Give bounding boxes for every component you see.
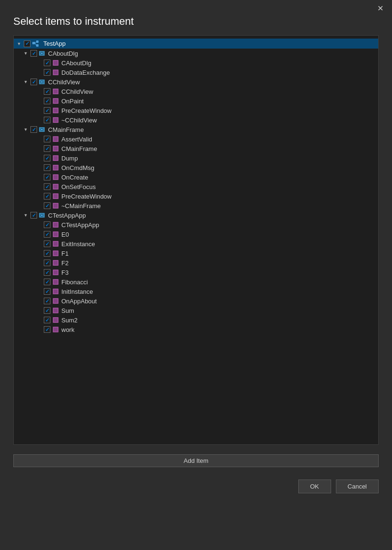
cancel-button[interactable]: Cancel — [336, 480, 379, 493]
checkbox-dodataexchange[interactable] — [44, 69, 50, 76]
checkbox-cmainframe[interactable] — [30, 126, 37, 133]
checkbox-precreatewindow-cmainframe[interactable] — [44, 193, 50, 200]
chevron-testapp[interactable] — [16, 40, 22, 47]
checkbox-cchildview[interactable] — [30, 79, 37, 85]
method-icon-cchildview-ctor — [52, 88, 59, 95]
svg-rect-64 — [54, 309, 58, 312]
label-assertvalid: AssertValid — [61, 136, 92, 143]
chevron-cchildview[interactable] — [22, 79, 29, 85]
checkbox-sum2[interactable] — [44, 317, 50, 323]
chevron-caboutdlg[interactable] — [22, 50, 29, 57]
checkbox-testapp[interactable] — [24, 40, 30, 47]
checkbox-caboutdlg-ctor[interactable] — [44, 60, 50, 66]
tree-item-exitinstance[interactable]: ExitInstance — [14, 239, 378, 249]
checkbox-fibonacci[interactable] — [44, 279, 50, 285]
svg-rect-37 — [54, 185, 58, 189]
checkbox-cchildview-ctor[interactable] — [44, 88, 50, 95]
checkbox-onappabout[interactable] — [44, 298, 50, 304]
svg-rect-18 — [54, 99, 58, 103]
checkbox-e0[interactable] — [44, 231, 50, 238]
checkbox-exitinstance[interactable] — [44, 240, 50, 247]
method-icon-f1 — [52, 250, 59, 257]
tree-item-cchildview[interactable]: CChildView — [14, 77, 378, 87]
tree-item-onappabout[interactable]: OnAppAbout — [14, 296, 378, 306]
chevron-ctestappapp[interactable] — [22, 212, 29, 219]
tree-item-ctestappapp-ctor[interactable]: CTestAppApp — [14, 220, 378, 230]
method-icon-precreatewindow-cchildview — [52, 107, 59, 114]
tree-item-root[interactable]: TestApp — [14, 39, 378, 49]
checkbox-caboutdlg[interactable] — [30, 50, 37, 57]
tree-item-dtor-cchildview[interactable]: ~CChildView — [14, 115, 378, 125]
label-onsetfocus: OnSetFocus — [61, 183, 96, 190]
add-item-button[interactable]: Add Item — [13, 454, 379, 467]
label-dodataexchange: DoDataExchange — [61, 69, 110, 76]
tree-item-assertvalid[interactable]: AssertValid — [14, 134, 378, 144]
svg-rect-9 — [54, 61, 58, 65]
class-icon-ctestappapp — [39, 211, 46, 219]
method-icon-precreatewindow-cmainframe — [52, 192, 59, 200]
tree-item-f2[interactable]: F2 — [14, 258, 378, 268]
checkbox-dump[interactable] — [44, 155, 50, 161]
tree-item-sum2[interactable]: Sum2 — [14, 315, 378, 325]
tree-item-onsetfocus[interactable]: OnSetFocus — [14, 182, 378, 191]
checkbox-dtor-cmainframe[interactable] — [44, 202, 50, 209]
tree-item-fibonacci[interactable]: Fibonacci — [14, 277, 378, 287]
checkbox-assertvalid[interactable] — [44, 136, 50, 142]
checkbox-cmainframe-ctor[interactable] — [44, 145, 50, 152]
checkbox-ctestappapp-ctor[interactable] — [44, 221, 50, 228]
tree-item-caboutdlg[interactable]: CAboutDlg — [14, 49, 378, 58]
checkbox-precreatewindow-cchildview[interactable] — [44, 107, 50, 114]
method-icon-onappabout — [52, 297, 59, 305]
checkbox-f2[interactable] — [44, 260, 50, 266]
svg-rect-16 — [54, 90, 58, 93]
checkbox-f3[interactable] — [44, 269, 50, 276]
tree-container[interactable]: TestApp CAboutDlg — [13, 35, 379, 445]
tree-item-precreatewindow-cmainframe[interactable]: PreCreateWindow — [14, 191, 378, 201]
checkbox-oncmdmsg[interactable] — [44, 164, 50, 171]
label-exitinstance: ExitInstance — [61, 240, 95, 248]
method-icon-dtor-cmainframe — [52, 202, 59, 210]
tree-item-oncreate[interactable]: OnCreate — [14, 172, 378, 182]
checkbox-dtor-cchildview[interactable] — [44, 117, 50, 123]
tree-item-e0[interactable]: E0 — [14, 230, 378, 239]
close-button[interactable]: ✕ — [374, 4, 386, 13]
tree-item-onpaint[interactable]: OnPaint — [14, 96, 378, 106]
chevron-cmainframe[interactable] — [22, 126, 29, 133]
tree-item-oncmdmsg[interactable]: OnCmdMsg — [14, 163, 378, 172]
checkbox-oncreate[interactable] — [44, 174, 50, 180]
method-icon-work — [52, 326, 59, 333]
checkbox-onpaint[interactable] — [44, 98, 50, 104]
svg-point-25 — [41, 129, 43, 130]
tree-item-method-dodataexchange[interactable]: DoDataExchange — [14, 68, 378, 77]
tree-item-ctestappapp[interactable]: CTestAppApp — [14, 210, 378, 220]
ok-button[interactable]: OK — [298, 480, 331, 493]
label-initinstance: InitInstance — [61, 288, 93, 295]
tree-item-method-caboutdlg-ctor[interactable]: CAboutDlg — [14, 58, 378, 68]
tree-item-cmainframe-ctor[interactable]: CMainFrame — [14, 144, 378, 153]
svg-rect-11 — [54, 70, 58, 74]
tree-item-sum[interactable]: Sum — [14, 306, 378, 315]
tree-item-work[interactable]: work — [14, 325, 378, 334]
tree-item-cchildview-ctor[interactable]: CChildView — [14, 87, 378, 96]
method-icon-f2 — [52, 259, 59, 267]
checkbox-f1[interactable] — [44, 250, 50, 257]
label-f2: F2 — [61, 260, 69, 267]
checkbox-work[interactable] — [44, 326, 50, 333]
tree-item-f1[interactable]: F1 — [14, 249, 378, 258]
tree-item-precreatewindow-cchildview[interactable]: PreCreateWindow — [14, 106, 378, 115]
svg-rect-62 — [54, 299, 58, 303]
method-icon-onpaint — [52, 97, 59, 105]
svg-point-14 — [41, 81, 43, 83]
checkbox-onsetfocus[interactable] — [44, 183, 50, 190]
tree-item-cmainframe[interactable]: CMainFrame — [14, 125, 378, 134]
checkbox-initinstance[interactable] — [44, 288, 50, 295]
tree-item-dtor-cmainframe[interactable]: ~CMainFrame — [14, 201, 378, 210]
svg-rect-22 — [54, 118, 58, 122]
tree-item-f3[interactable]: F3 — [14, 268, 378, 277]
svg-rect-56 — [54, 270, 58, 274]
tree-item-initinstance[interactable]: InitInstance — [14, 287, 378, 296]
checkbox-sum[interactable] — [44, 307, 50, 314]
tree-item-dump[interactable]: Dump — [14, 153, 378, 163]
svg-line-4 — [35, 43, 36, 45]
checkbox-ctestappapp[interactable] — [30, 212, 37, 219]
